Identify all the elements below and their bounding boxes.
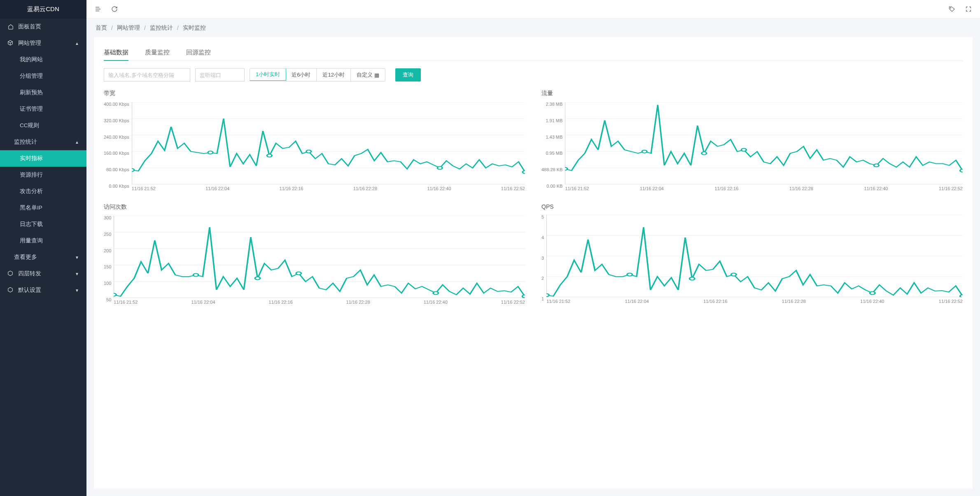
breadcrumb-sep: / — [111, 25, 113, 31]
chevron-down-icon: ▼ — [75, 255, 79, 260]
nav-realtime-metrics[interactable]: 实时指标 — [0, 150, 86, 167]
range-custom[interactable]: 自定义 ▦ — [351, 69, 385, 81]
svg-point-51 — [960, 295, 963, 297]
breadcrumb-item[interactable]: 首页 — [96, 24, 107, 32]
svg-point-10 — [267, 154, 272, 157]
svg-point-26 — [960, 169, 963, 172]
nav-default-settings[interactable]: 默认设置 ▼ — [0, 282, 86, 298]
tabs: 基础数据 质量监控 回源监控 — [104, 44, 963, 61]
svg-point-48 — [690, 277, 695, 280]
tag-icon[interactable] — [948, 5, 956, 13]
cube-icon — [7, 40, 14, 47]
svg-point-25 — [874, 164, 879, 167]
svg-point-0 — [950, 7, 951, 8]
chart-plot[interactable] — [114, 216, 525, 298]
chart-1: 流量2.38 MB1.91 MB1.43 MB0.95 MB488.28 KB0… — [541, 90, 963, 191]
domain-input[interactable] — [104, 68, 190, 82]
nav-attack-analysis[interactable]: 攻击分析 — [0, 183, 86, 200]
nav-cc-rules[interactable]: CC规则 — [0, 117, 86, 134]
svg-point-35 — [194, 274, 198, 277]
range-1h[interactable]: 1小时实时 — [250, 68, 286, 81]
refresh-icon[interactable] — [110, 5, 119, 13]
chevron-up-icon: ▲ — [75, 140, 79, 144]
query-button[interactable]: 查询 — [395, 68, 421, 82]
chart-title: 带宽 — [104, 90, 525, 97]
breadcrumb-item[interactable]: 监控统计 — [150, 24, 173, 32]
chart-plot[interactable] — [546, 215, 963, 297]
nav-group-mgmt[interactable]: 分组管理 — [0, 68, 86, 84]
chart-plot[interactable] — [565, 102, 963, 184]
home-icon — [7, 23, 14, 30]
range-12h[interactable]: 近12小时 — [317, 69, 350, 81]
chart-plot[interactable] — [132, 102, 525, 184]
nav-my-sites[interactable]: 我的网站 — [0, 51, 86, 68]
cube-icon — [7, 270, 14, 277]
nav-refresh-preheat[interactable]: 刷新预热 — [0, 84, 86, 101]
menu-toggle-icon[interactable] — [94, 5, 102, 13]
nav-dashboard[interactable]: 面板首页 — [0, 19, 86, 35]
topbar — [86, 0, 980, 19]
breadcrumb-sep: / — [144, 25, 146, 31]
y-axis: 2.38 MB1.91 MB1.43 MB0.95 MB488.28 KB0.0… — [541, 102, 565, 184]
chart-grid: 带宽400.00 Kbps320.00 Kbps240.00 Kbps160.0… — [104, 90, 963, 305]
cube-icon — [7, 287, 14, 293]
nav-label: 网站管理 — [18, 40, 41, 47]
tab-quality-monitor[interactable]: 质量监控 — [145, 44, 170, 61]
x-axis: 11/16 21:5211/16 22:0411/16 22:1611/16 2… — [132, 186, 525, 191]
nav-site-sub: 我的网站 分组管理 刷新预热 证书管理 CC规则 监控统计 ▲ 实时指标 资源排… — [0, 51, 86, 265]
nav-l4-forward[interactable]: 四层转发 ▼ — [0, 265, 86, 282]
sidebar: 蓝易云CDN 面板首页 网站管理 ▲ 我的网站 分组管理 刷新预热 证书管理 C… — [0, 0, 86, 496]
tab-basic-data[interactable]: 基础数据 — [104, 44, 128, 61]
svg-point-37 — [296, 272, 301, 275]
filter-row: 1小时实时 近6小时 近12小时 自定义 ▦ 查询 — [104, 68, 963, 82]
svg-point-34 — [114, 293, 116, 296]
chart-2: 访问次数3002502001501005011/16 21:5211/16 22… — [104, 203, 525, 305]
svg-point-13 — [523, 171, 525, 174]
y-axis: 400.00 Kbps320.00 Kbps240.00 Kbps160.00 … — [104, 102, 132, 184]
calendar-icon: ▦ — [374, 72, 379, 78]
tab-origin-monitor[interactable]: 回源监控 — [186, 44, 211, 61]
svg-point-22 — [642, 150, 647, 153]
nav-see-more[interactable]: 查看更多 ▼ — [0, 249, 86, 265]
svg-point-9 — [208, 151, 213, 154]
y-axis: 54321 — [541, 215, 546, 297]
x-axis: 11/16 21:5211/16 22:0411/16 22:1611/16 2… — [565, 186, 963, 191]
svg-point-39 — [523, 295, 525, 298]
breadcrumb-sep: / — [177, 25, 179, 31]
chevron-down-icon: ▼ — [75, 288, 79, 293]
y-axis: 30025020015010050 — [104, 216, 114, 298]
chart-3: QPS5432111/16 21:5211/16 22:0411/16 22:1… — [541, 203, 963, 305]
range-6h[interactable]: 近6小时 — [286, 69, 317, 81]
svg-point-50 — [870, 292, 875, 295]
svg-point-46 — [546, 294, 549, 297]
nav-monitor-header[interactable]: 监控统计 ▲ — [0, 134, 86, 150]
svg-point-12 — [437, 167, 442, 170]
svg-point-11 — [306, 150, 311, 153]
nav-label: 四层转发 — [18, 270, 41, 277]
nav-site-mgmt[interactable]: 网站管理 ▲ — [0, 35, 86, 51]
breadcrumb-item: 实时监控 — [183, 24, 206, 32]
svg-point-36 — [255, 277, 260, 280]
nav-log-download[interactable]: 日志下载 — [0, 216, 86, 233]
nav-usage-query[interactable]: 用量查询 — [0, 233, 86, 249]
svg-point-38 — [433, 292, 438, 295]
fullscreen-icon[interactable] — [964, 5, 973, 13]
svg-point-47 — [627, 273, 632, 276]
x-axis: 11/16 21:5211/16 22:0411/16 22:1611/16 2… — [546, 299, 963, 304]
svg-point-24 — [742, 148, 747, 151]
nav-resource-ranking[interactable]: 资源排行 — [0, 167, 86, 183]
breadcrumb: 首页 / 网站管理 / 监控统计 / 实时监控 — [86, 19, 980, 37]
nav-label: 默认设置 — [18, 286, 41, 294]
chart-title: 访问次数 — [104, 203, 525, 211]
breadcrumb-item[interactable]: 网站管理 — [117, 24, 140, 32]
nav-label: 面板首页 — [18, 23, 41, 30]
chart-0: 带宽400.00 Kbps320.00 Kbps240.00 Kbps160.0… — [104, 90, 525, 191]
chevron-up-icon: ▲ — [75, 41, 79, 46]
chart-title: 流量 — [541, 90, 963, 97]
svg-point-49 — [731, 273, 737, 276]
port-input[interactable] — [195, 68, 245, 82]
nav-cert-mgmt[interactable]: 证书管理 — [0, 101, 86, 117]
content: 基础数据 质量监控 回源监控 1小时实时 近6小时 近12小时 自定义 ▦ 查询… — [94, 37, 973, 489]
nav-blacklist-ip[interactable]: 黑名单IP — [0, 200, 86, 216]
svg-point-23 — [702, 152, 707, 155]
